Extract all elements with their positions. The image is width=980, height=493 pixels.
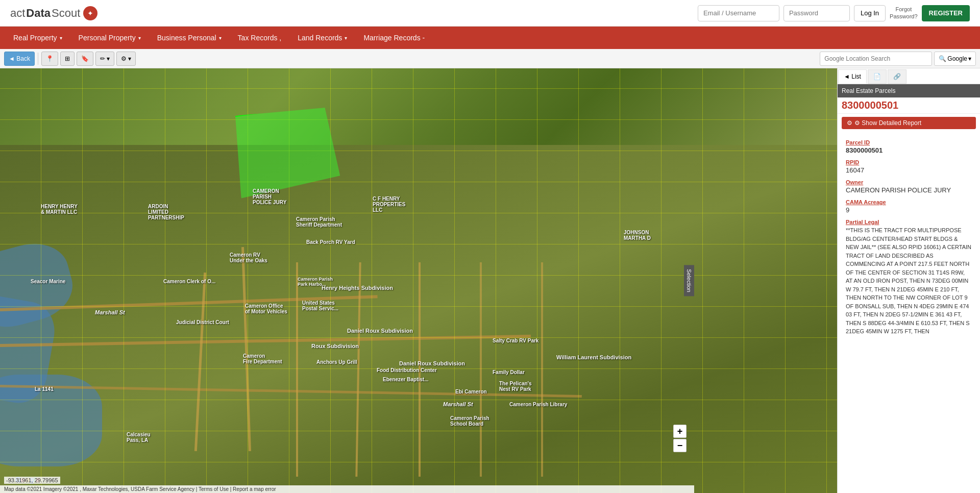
map-container[interactable]: HENRY HENRY& MARTIN LLC ARDOINLIMITEDPAR… [0,68,837,493]
link-icon: 🔗 [893,73,901,80]
more-tool[interactable]: ⚙ ▾ [116,52,136,66]
right-panel: ◄ List 📄 🔗 Real Estate Parcels 830000050… [837,68,980,493]
land-records-arrow: ▾ [345,35,347,41]
parcel-id-display: 8300000501 [838,97,980,114]
owner-value: CAMERON PARISH POLICE JURY [842,186,976,196]
header-auth: Log In ForgotPassword? REGISTER [698,5,970,21]
login-button[interactable]: Log In [854,5,886,21]
parcel-grid [0,68,837,493]
google-dropdown-icon: ▾ [968,55,971,62]
personal-property-arrow: ▾ [138,35,141,41]
partial-legal-label: Partial Legal [842,216,976,226]
show-report-button[interactable]: ⚙ ⚙ Show Detailed Report [842,117,976,129]
panel-tab-link[interactable]: 🔗 [888,69,906,84]
pin-tool[interactable]: 📍 [41,52,58,66]
logo: act Data Scout ✦ [10,6,97,20]
location-search: 🔍 Google ▾ [820,52,976,66]
layers-icon: ⊞ [65,55,70,62]
rpid-value: 16047 [842,166,976,176]
nav-real-property[interactable]: Real Property ▾ [5,27,70,49]
panel-header: Real Estate Parcels [838,84,980,97]
nav-tax-records[interactable]: Tax Records , [230,27,290,49]
location-search-input[interactable] [820,52,932,66]
more-arrow: ▾ [128,55,131,62]
panel-tab-doc[interactable]: 📄 [868,69,887,84]
partial-legal-value: **THIS IS THE TRACT FOR MULTIPURPOSE BLD… [842,226,976,336]
forgot-password-button[interactable]: ForgotPassword? [890,6,917,19]
register-button[interactable]: REGISTER [922,5,970,21]
toolbar: ◄ Back 📍 ⊞ 🔖 ✏ ▾ ⚙ ▾ 🔍 Google ▾ [0,49,980,68]
nav-marriage-records[interactable]: Marriage Records - [355,27,433,49]
doc-icon: 📄 [873,73,881,80]
logo-scout: Scout [52,7,80,20]
more-icon: ⚙ [121,55,127,62]
nav-personal-property[interactable]: Personal Property ▾ [70,27,149,49]
map-background: HENRY HENRY& MARTIN LLC ARDOINLIMITEDPAR… [0,68,837,493]
map-attribution: Map data ©2021 Imagery ©2021 , Maxar Tec… [4,486,276,492]
main-area: HENRY HENRY& MARTIN LLC ARDOINLIMITEDPAR… [0,68,980,493]
pin-icon: 📍 [46,55,54,62]
toolbar-separator-1 [38,53,38,65]
navbar: Real Property ▾ Personal Property ▾ Busi… [0,27,980,49]
map-coordinates: -93.31961, 29.79965 [4,477,60,484]
panel-tab-list[interactable]: ◄ List [838,69,867,84]
bookmark-tool[interactable]: 🔖 [77,52,93,66]
email-input[interactable] [698,5,779,21]
back-button[interactable]: ◄ Back [4,52,35,66]
cama-acreage-label: CAMA Acreage [842,196,976,206]
header: act Data Scout ✦ Log In ForgotPassword? … [0,0,980,27]
logo-icon: ✦ [83,6,97,20]
draw-tool[interactable]: ✏ ▾ [95,52,114,66]
google-search-button[interactable]: 🔍 Google ▾ [934,52,976,66]
nav-land-records[interactable]: Land Records ▾ [289,27,355,49]
gear-icon: ⚙ [847,119,852,127]
panel-content: Parcel ID 8300000501 RPID 16047 Owner CA… [838,132,980,493]
layers-tool[interactable]: ⊞ [60,52,75,66]
business-personal-arrow: ▾ [219,35,222,41]
zoom-out-button[interactable]: − [673,439,687,452]
selection-tab[interactable]: Selection [684,265,694,296]
bookmark-icon: 🔖 [81,55,89,62]
draw-arrow: ▾ [107,55,110,62]
parcel-id-label: Parcel ID [842,136,976,146]
owner-label: Owner [842,176,976,186]
logo-data: Data [26,7,51,20]
draw-icon: ✏ [100,55,105,62]
real-property-arrow: ▾ [60,35,62,41]
cama-acreage-value: 9 [842,206,976,216]
zoom-in-button[interactable]: + [673,425,687,438]
rpid-label: RPID [842,156,976,166]
parcel-id-value: 8300000501 [842,146,976,156]
zoom-controls: + − [673,425,687,452]
logo-act: act [10,7,25,20]
password-input[interactable] [783,5,850,21]
nav-business-personal[interactable]: Business Personal ▾ [149,27,230,49]
map-footer: Map data ©2021 Imagery ©2021 , Maxar Tec… [0,485,694,493]
search-icon: 🔍 [939,55,946,62]
panel-tabs: ◄ List 📄 🔗 [838,68,980,84]
